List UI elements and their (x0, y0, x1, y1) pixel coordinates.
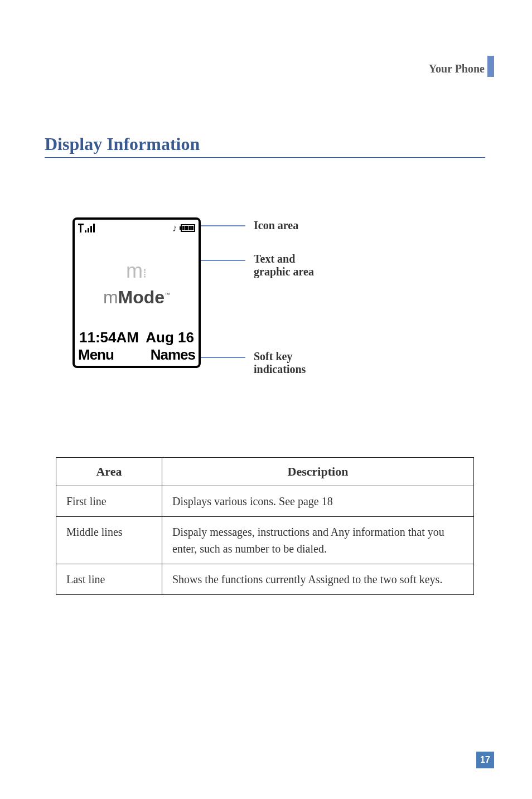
battery-icon (181, 224, 195, 232)
table-cell-desc: Dispaly messages, instructions and Any i… (162, 517, 474, 564)
softkey-row: Menu Names (75, 346, 199, 366)
signal-strength-icon (78, 224, 95, 233)
header-accent-bar (487, 56, 494, 77)
table-row: First line Displays various icons. See p… (56, 486, 474, 517)
callout-label-softkey: Soft key indications (254, 350, 306, 376)
clock-date: Aug 16 (146, 329, 194, 346)
table-header-row: Area Description (56, 458, 474, 486)
ringtone-icon: ♪ (172, 222, 177, 234)
callout-line-icon-area (201, 225, 245, 226)
table-cell-area: First line (56, 486, 162, 517)
clock-time: 11:54AM (79, 329, 139, 346)
table-header-area: Area (56, 458, 162, 486)
callout-label-text-area: Text and graphic area (254, 253, 314, 278)
phone-screen-mockup: ♪ m⁞ mMode™ 11:54AM Aug 16 Menu Names (72, 217, 201, 368)
display-areas-table: Area Description First line Displays var… (56, 457, 474, 595)
operator-logo-small: m⁞ (126, 259, 147, 283)
text-graphic-area: m⁞ mMode™ (75, 238, 199, 329)
table-row: Middle lines Dispaly messages, instructi… (56, 517, 474, 564)
table-row: Last line Shows the functions currently … (56, 564, 474, 595)
table-header-description: Description (162, 458, 474, 486)
icon-area-row: ♪ (75, 220, 199, 238)
softkey-right-label: Names (151, 346, 195, 364)
softkey-left-label: Menu (78, 346, 114, 364)
section-underline (45, 157, 485, 158)
callout-line-text-area (201, 260, 245, 261)
page-header-label: Your Phone (429, 62, 485, 75)
table-cell-desc: Shows the functions currently Assigned t… (162, 564, 474, 595)
callout-label-icon-area: Icon area (254, 219, 298, 232)
right-icon-group: ♪ (172, 222, 195, 234)
callout-line-softkey (201, 357, 245, 358)
section-title: Display Information (45, 134, 200, 154)
time-date-row: 11:54AM Aug 16 (75, 329, 199, 346)
table-cell-area: Last line (56, 564, 162, 595)
table-cell-desc: Displays various icons. See page 18 (162, 486, 474, 517)
page-number: 17 (476, 752, 494, 768)
operator-logo-text: mMode™ (103, 287, 170, 308)
table-cell-area: Middle lines (56, 517, 162, 564)
